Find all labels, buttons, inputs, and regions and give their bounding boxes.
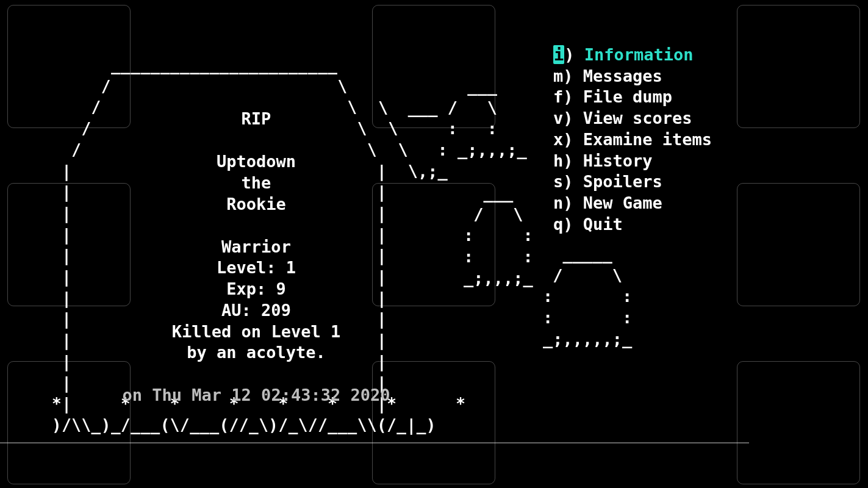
bg-tile [737,5,860,128]
menu-key: m [553,66,563,85]
menu-label: Information [584,45,694,64]
bg-tile [737,361,860,484]
menu-label: History [583,151,653,170]
menu-paren: ) [563,193,583,212]
tomb-exp: Exp: 9 [73,279,439,300]
ascii-decoration: _____ / \ : : : : _;,,,,,;_ [543,244,632,350]
menu-key: s [553,172,563,191]
menu-paren: ) [563,130,583,149]
menu-label: New Game [583,193,662,212]
menu-paren: ) [563,172,583,191]
menu-item-new-game[interactable]: n) New Game [553,193,712,214]
menu-key: f [553,87,563,106]
menu-item-history[interactable]: h) History [553,151,712,172]
death-menu: i) Informationm) Messagesf) File dumpv) … [553,45,712,235]
menu-label: Examine items [583,130,712,149]
menu-paren: ) [563,151,583,170]
menu-item-examine-items[interactable]: x) Examine items [553,129,712,151]
menu-key: i [553,45,564,64]
menu-item-information[interactable]: i) Information [553,45,712,66]
tomb-name: Rookie [73,194,439,215]
tomb-level: Level: 1 [73,257,439,279]
menu-key: q [553,215,563,234]
tomb-killed: by an acolyte. [73,342,439,364]
menu-item-messages[interactable]: m) Messages [553,66,712,87]
ascii-decoration: ___ / \ : : : : _;,,,;_ [464,183,533,289]
menu-label: Quit [583,215,623,234]
menu-item-view-scores[interactable]: v) View scores [553,108,712,129]
menu-paren: ) [563,87,583,106]
ascii-decoration: ___ \ ___ / \ \ : : \ : _;,,,;_ \,;_ [378,76,527,182]
menu-paren: ) [563,66,583,85]
menu-item-file-dump[interactable]: f) File dump [553,87,712,108]
tomb-au: AU: 209 [73,300,439,321]
menu-key: v [553,109,563,127]
tomb-class: Warrior [73,237,439,258]
menu-label: File dump [583,87,672,106]
menu-item-quit[interactable]: q) Quit [553,214,712,235]
menu-paren: ) [564,45,584,64]
game-screen: _______________________ / \ / \ / \ / \ … [0,0,868,488]
menu-paren: ) [563,215,583,234]
menu-label: Messages [583,66,662,85]
bg-tile [737,183,860,306]
menu-label: View scores [583,109,692,127]
bg-divider [0,442,749,443]
tomb-date: on Thu Mar 12 02:43:32 2020 [73,385,439,406]
menu-label: Spoilers [583,172,662,191]
menu-key: h [553,151,563,170]
menu-paren: ) [563,109,583,127]
menu-item-spoilers[interactable]: s) Spoilers [553,171,712,193]
menu-key: x [553,130,563,149]
menu-key: n [553,193,563,212]
tomb-killed: Killed on Level 1 [73,321,439,343]
